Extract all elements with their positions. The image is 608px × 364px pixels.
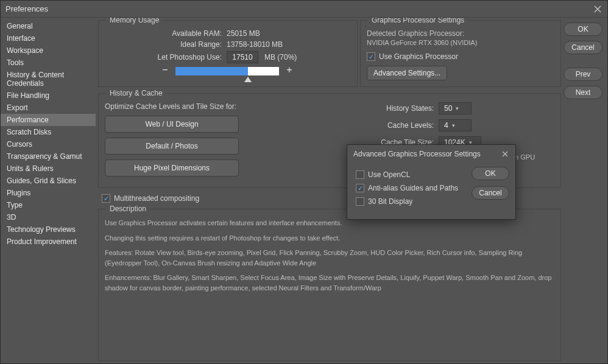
cache-levels-label: Cache Levels: <box>372 121 439 130</box>
antialias-checkbox[interactable] <box>356 184 364 192</box>
description-p3: Features: Rotate View tool, Birds-eye zo… <box>105 248 554 268</box>
gpu-settings-group: Graphics Processor Settings Detected Gra… <box>360 20 561 87</box>
30bit-label: 30 Bit Display <box>368 197 412 206</box>
sidebar-item-3d[interactable]: 3D <box>1 211 96 223</box>
slider-decrease-button[interactable]: − <box>160 66 171 77</box>
sidebar-item-export[interactable]: Export <box>1 102 96 114</box>
next-button[interactable]: Next <box>564 86 603 99</box>
history-states-label: History States: <box>372 104 439 113</box>
let-use-input[interactable] <box>227 51 258 63</box>
sidebar-item-scratch-disks[interactable]: Scratch Disks <box>1 126 96 138</box>
history-states-value: 50 <box>444 104 452 113</box>
modal-ok-button[interactable]: OK <box>472 167 509 180</box>
cancel-button[interactable]: Cancel <box>564 41 603 54</box>
memory-usage-title: Memory Usage <box>106 18 163 24</box>
modal-close-icon[interactable] <box>501 150 509 158</box>
multithreaded-label: Multithreaded compositing <box>114 194 199 203</box>
preset-huge-button[interactable]: Huge Pixel Dimensions <box>105 159 239 177</box>
sidebar-item-workspace[interactable]: Workspace <box>1 44 96 57</box>
preset-web-ui-button[interactable]: Web / UI Design <box>105 116 239 133</box>
advanced-settings-button[interactable]: Advanced Settings... <box>367 66 447 80</box>
description-title: Description <box>106 205 150 213</box>
available-ram-label: Available RAM: <box>105 29 227 38</box>
ideal-range-label: Ideal Range: <box>105 40 227 49</box>
sidebar-item-interface[interactable]: Interface <box>1 32 96 44</box>
let-use-label: Let Photoshop Use: <box>105 53 227 61</box>
preferences-window: Preferences GeneralInterfaceWorkspaceToo… <box>0 0 608 364</box>
advanced-gpu-modal: Advanced Graphics Processor Settings Use… <box>347 144 516 220</box>
sidebar-item-units-rulers[interactable]: Units & Rulers <box>1 163 96 175</box>
sidebar-item-tools[interactable]: Tools <box>1 57 96 69</box>
modal-title: Advanced Graphics Processor Settings <box>353 150 501 158</box>
memory-usage-group: Memory Usage Available RAM: 25015 MB Ide… <box>98 20 358 87</box>
detected-gpu-value: NVIDIA GeForce RTX 3060 (NVIDIA) <box>367 39 554 46</box>
cache-levels-value: 4 <box>444 121 448 130</box>
gpu-settings-title: Graphics Processor Settings <box>368 18 468 24</box>
sidebar-item-cursors[interactable]: Cursors <box>1 138 96 150</box>
history-states-select[interactable]: 50▾ <box>439 102 472 114</box>
close-icon[interactable] <box>593 4 603 14</box>
use-opencl-label: Use OpenCL <box>368 170 410 179</box>
modal-cancel-button[interactable]: Cancel <box>472 186 509 200</box>
slider-thumb-icon[interactable] <box>244 77 252 82</box>
history-cache-title: History & Cache <box>106 89 166 97</box>
use-gpu-label: Use Graphics Processor <box>379 52 458 61</box>
sidebar-item-transparency-gamut[interactable]: Transparency & Gamut <box>1 150 96 163</box>
sidebar-item-technology-previews[interactable]: Technology Previews <box>1 223 96 236</box>
description-group: Description Use Graphics Processor activ… <box>98 209 561 361</box>
detected-gpu-label: Detected Graphics Processor: <box>367 29 554 38</box>
slider-increase-button[interactable]: + <box>284 66 295 77</box>
use-gpu-checkbox[interactable] <box>367 52 375 61</box>
sidebar-item-file-handling[interactable]: File Handling <box>1 89 96 102</box>
optimize-hint: Optimize Cache Levels and Tile Size for: <box>105 102 362 111</box>
30bit-checkbox[interactable] <box>356 197 364 206</box>
description-p4: Enhancements: Blur Gallery, Smart Sharpe… <box>105 273 554 293</box>
let-use-suffix: MB (70%) <box>258 53 297 61</box>
description-p2: Changing this setting requires a restart… <box>105 233 554 243</box>
sidebar-item-type[interactable]: Type <box>1 199 96 211</box>
available-ram-value: 25015 MB <box>227 29 260 38</box>
ideal-range-value: 13758-18010 MB <box>227 40 283 49</box>
ok-button[interactable]: OK <box>564 23 603 36</box>
sidebar-item-guides-grid-slices[interactable]: Guides, Grid & Slices <box>1 175 96 187</box>
sidebar-item-performance[interactable]: Performance <box>1 114 96 126</box>
window-title: Preferences <box>5 4 593 13</box>
sidebar-item-history-content-credentials[interactable]: History & Content Credentials <box>1 69 96 89</box>
multithreaded-checkbox[interactable] <box>102 194 110 203</box>
prev-button[interactable]: Prev <box>564 68 603 81</box>
use-opencl-checkbox[interactable] <box>356 170 364 179</box>
sidebar-item-general[interactable]: General <box>1 20 96 32</box>
sidebar-item-plugins[interactable]: Plugins <box>1 187 96 199</box>
cache-levels-select[interactable]: 4▾ <box>439 119 472 131</box>
chevron-down-icon: ▾ <box>456 105 459 111</box>
category-sidebar: GeneralInterfaceWorkspaceToolsHistory & … <box>1 18 96 363</box>
antialias-label: Anti-alias Guides and Paths <box>368 184 458 192</box>
chevron-down-icon: ▾ <box>452 122 455 128</box>
memory-slider[interactable] <box>175 67 279 75</box>
titlebar: Preferences <box>1 1 607 18</box>
preset-default-button[interactable]: Default / Photos <box>105 138 239 155</box>
sidebar-item-product-improvement[interactable]: Product Improvement <box>1 236 96 248</box>
